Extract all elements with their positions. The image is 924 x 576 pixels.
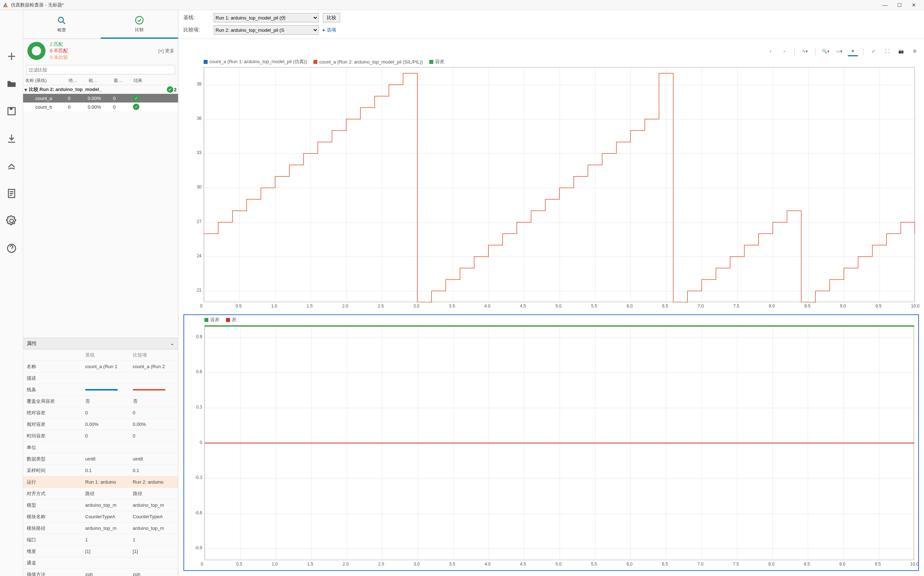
props-header[interactable]: 属性 ⌄ [23,338,178,349]
compareto-select[interactable]: Run 2: arduino_top_model_pil (S [214,25,319,35]
options-link[interactable]: ▸ 选项 [323,27,336,33]
svg-rect-1 [10,107,13,110]
compare-button[interactable]: 比较 [323,13,340,22]
prop-row: 插值方法zohzoh [23,569,178,576]
prop-row: 端口11 [23,534,178,546]
prop-row: 相对容差0.00%0.00% [23,419,178,430]
vertical-toolbar [0,10,23,576]
report-icon[interactable] [5,187,18,200]
left-panel: 检查 比较 2 匹配 0 不匹配 0 未比较 [+] 更多 名称 (基线) 绝…… [23,10,178,576]
folder-icon[interactable] [5,77,18,90]
import-icon[interactable] [5,132,18,145]
export-icon[interactable] [5,160,18,173]
col-name[interactable]: 名称 (基线) [24,78,68,84]
right-panel: 基线: Run 1: arduino_top_model_pil (仿 比较 比… [178,10,924,576]
svg-point-4 [59,17,64,22]
prop-row: 运行Run 1: arduinoRun 2: arduino [23,477,178,488]
col-res[interactable]: 结果 [133,78,151,84]
col-abs[interactable]: 绝… [68,78,88,84]
tab-compare[interactable]: 比较 [101,10,178,38]
compareto-label: 比较项: [183,27,210,33]
col-rel[interactable]: 相… [88,78,113,84]
save-icon[interactable] [5,105,18,118]
donut-chart-icon [27,41,46,61]
tab-compare-label: 比较 [135,27,144,33]
window-title: 仿真数据检查器 - 无标题* [11,2,878,8]
more-link[interactable]: [+] 更多 [159,48,175,54]
charts-area: count_a (Run 1: arduino_top_model_pil (仿… [178,39,924,576]
mode-tabs: 检查 比较 [23,10,178,39]
search-icon [57,16,67,26]
summary-text: 2 匹配 0 不匹配 0 未比较 [50,41,68,61]
col-max[interactable]: 最… [113,78,133,84]
chevron-down-icon: ⌄ [170,340,175,347]
prop-row: 模块路径arduino_top_marduino_top_m [23,523,178,534]
baseline-select[interactable]: Run 1: arduino_top_model_pil (仿 [214,13,319,22]
app-logo-icon [3,2,9,8]
settings-icon[interactable] [5,214,18,227]
tree-grid-header: 名称 (基线) 绝… 相… 最… 结果 [23,77,178,85]
prop-row: 单位 [23,442,178,453]
summary-row: 2 匹配 0 不匹配 0 未比较 [+] 更多 [23,39,178,63]
prop-row: 描述 [23,373,178,384]
prop-row: 线条 [23,384,178,395]
maximize-button[interactable]: ☐ [892,1,907,10]
tab-inspect[interactable]: 检查 [23,10,101,38]
props-title: 属性 [27,340,37,347]
filter-input[interactable] [26,65,175,74]
tree-signal-row[interactable]: count_b00.00%0✓ [23,102,178,111]
prop-row: 覆盖全局容差否否 [23,395,178,407]
tree-group-row[interactable]: ▾比较 Run 2: arduino_top_model_✓2 [23,85,178,94]
compare-controls: 基线: Run 1: arduino_top_model_pil (仿 比较 比… [178,10,924,39]
main-area: 检查 比较 2 匹配 0 不匹配 0 未比较 [+] 更多 名称 (基线) 绝…… [0,10,924,576]
prop-row: 绝对容差00 [23,407,178,419]
prop-row: 时间容差00 [23,430,178,442]
tab-inspect-label: 检查 [58,27,66,33]
help-icon[interactable] [5,242,18,255]
svg-point-6 [30,44,43,58]
tree-body: ▾比较 Run 2: arduino_top_model_✓2count_a00… [23,85,178,111]
props-col-header: 基线 比较项 [23,349,178,361]
add-icon[interactable] [5,50,18,63]
props-table: 基线 比较项 名称count_a (Run 1count_a (Run 2描述线… [23,349,178,576]
filter-box [26,65,175,74]
prop-row: 对齐方式路径路径 [23,488,178,499]
chart-signals[interactable]: count_a (Run 1: arduino_top_model_pil (仿… [183,57,919,312]
prop-row: 模型arduino_top_marduino_top_m [23,499,178,511]
tree-signal-row[interactable]: count_a00.00%0✓ [23,94,178,102]
titlebar: 仿真数据检查器 - 无标题* — ☐ ✕ [0,0,924,10]
svg-point-5 [135,16,143,24]
close-button[interactable]: ✕ [907,1,921,10]
prop-row: 模块名称CounterTypeACounterTypeA [23,511,178,523]
minimize-button[interactable]: — [878,1,892,10]
chart-diff[interactable]: 容差差00.51.01.52.02.53.03.54.04.55.05.56.0… [183,314,919,571]
baseline-label: 基线: [183,14,210,21]
prop-row: 数据类型uint8uint8 [23,453,178,465]
prop-row: 采样时间0.10.1 [23,465,178,477]
prop-row: 通道 [23,557,178,569]
prop-row: 维度[1][1] [23,546,178,557]
check-icon [135,15,144,25]
prop-row: 名称count_a (Run 1count_a (Run 2 [23,361,178,373]
